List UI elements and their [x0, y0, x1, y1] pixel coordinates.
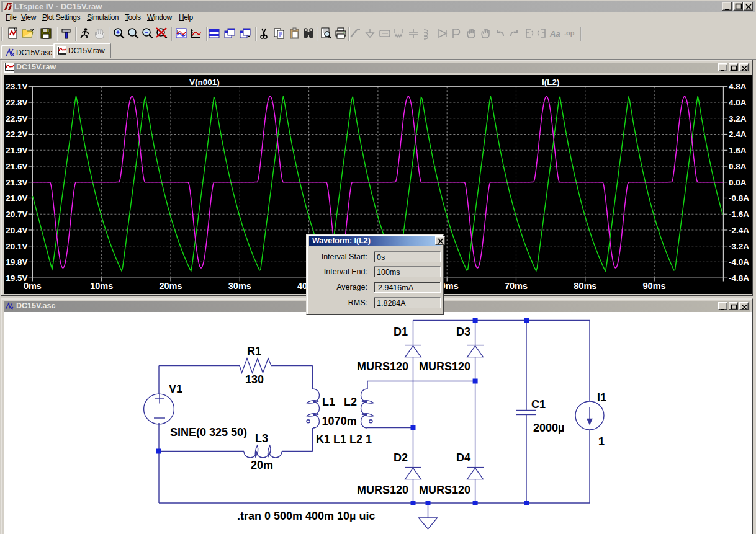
svg-text:.op: .op	[564, 29, 575, 37]
svg-text:20.1V: 20.1V	[6, 242, 27, 251]
svg-text:MURS120: MURS120	[419, 484, 470, 496]
svg-text:L2: L2	[344, 396, 357, 408]
svg-text:20ms: 20ms	[159, 281, 182, 291]
svg-text:19.8V: 19.8V	[6, 257, 27, 267]
svg-text:130: 130	[245, 373, 264, 386]
svg-text:22.5V: 22.5V	[6, 114, 27, 123]
svg-text:20m: 20m	[251, 459, 273, 471]
svg-text:D2: D2	[394, 452, 408, 464]
svg-text:20.4V: 20.4V	[6, 226, 27, 235]
svg-text:-3.2A: -3.2A	[729, 242, 749, 251]
svg-text:MURS120: MURS120	[357, 360, 408, 373]
svg-text:Aa: Aa	[549, 29, 560, 38]
svg-text:SINE(0 325 50): SINE(0 325 50)	[170, 426, 247, 438]
svg-text:I(L2): I(L2)	[542, 78, 560, 87]
svg-text:90ms: 90ms	[643, 281, 666, 291]
svg-text:21.3V: 21.3V	[6, 178, 27, 187]
svg-text:0.8A: 0.8A	[729, 162, 747, 171]
svg-text:21.9V: 21.9V	[6, 146, 27, 155]
svg-text:0.0A: 0.0A	[729, 178, 747, 187]
svg-text:D3: D3	[456, 326, 470, 338]
svg-text:.tran 0 500m 400m 10µ uic: .tran 0 500m 400m 10µ uic	[237, 510, 376, 522]
svg-text:D1: D1	[394, 326, 408, 338]
svg-text:70ms: 70ms	[505, 281, 528, 291]
svg-text:4.0A: 4.0A	[729, 98, 747, 107]
svg-text:MURS120: MURS120	[419, 360, 470, 373]
svg-text:V1: V1	[169, 383, 182, 395]
svg-text:1070m: 1070m	[322, 415, 357, 427]
svg-text:1.6A: 1.6A	[729, 146, 747, 155]
svg-text:V(n001): V(n001)	[189, 78, 220, 87]
svg-text:K1 L1 L2 1: K1 L1 L2 1	[316, 433, 372, 445]
svg-text:1: 1	[598, 435, 605, 448]
svg-text:20.7V: 20.7V	[6, 210, 27, 219]
svg-text:L1: L1	[322, 396, 335, 408]
svg-text:-2.4A: -2.4A	[729, 226, 749, 235]
svg-text:0ms: 0ms	[24, 281, 42, 291]
svg-text:3.2A: 3.2A	[729, 114, 747, 123]
svg-text:4.8A: 4.8A	[729, 82, 747, 91]
svg-text:L3: L3	[255, 432, 268, 445]
svg-text:-1.6A: -1.6A	[729, 210, 749, 219]
svg-text:21.6V: 21.6V	[6, 162, 27, 171]
svg-text:-4.0A: -4.0A	[729, 257, 749, 267]
svg-text:C1: C1	[531, 398, 546, 411]
svg-text:R1: R1	[247, 345, 261, 357]
svg-text:MURS120: MURS120	[357, 484, 408, 496]
svg-text:23.1V: 23.1V	[6, 82, 27, 91]
svg-text:22.8V: 22.8V	[6, 98, 27, 107]
svg-text:21.0V: 21.0V	[6, 194, 27, 203]
svg-text:80ms: 80ms	[574, 281, 596, 291]
svg-text:I1: I1	[597, 391, 606, 404]
svg-text:2000µ: 2000µ	[533, 422, 564, 434]
svg-text:30ms: 30ms	[228, 281, 251, 291]
svg-text:-0.8A: -0.8A	[729, 194, 749, 203]
svg-text:22.2V: 22.2V	[6, 130, 27, 139]
svg-text:-4.8A: -4.8A	[729, 274, 749, 283]
svg-text:D4: D4	[456, 452, 470, 464]
svg-text:10ms: 10ms	[90, 281, 113, 291]
svg-text:2.4A: 2.4A	[729, 130, 747, 139]
